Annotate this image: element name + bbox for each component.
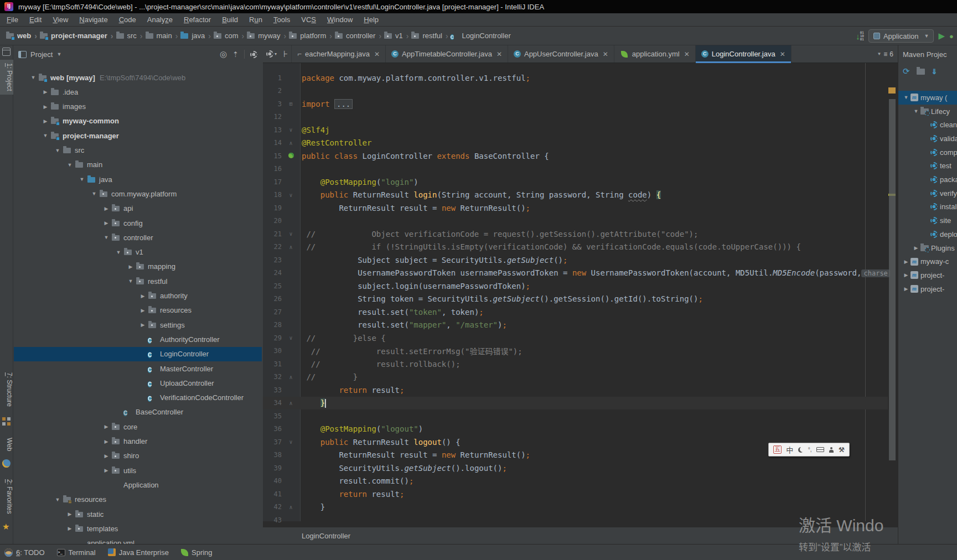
close-icon[interactable]: ✕	[780, 50, 785, 58]
tree-item-application-yml[interactable]: application.yml	[14, 536, 262, 544]
tree-item-utils[interactable]: ▶utils	[14, 463, 262, 478]
menu-window[interactable]: Window	[322, 13, 358, 27]
tree-collapsed-arrow-icon[interactable]: ▶	[40, 118, 50, 124]
tree-expanded-arrow-icon[interactable]: ▼	[89, 191, 99, 196]
tree-item-logincontroller[interactable]: CLoginController	[14, 347, 262, 361]
code-line-22[interactable]: 22∧ // if (!StringUtils.isEmpty(verifica…	[263, 241, 888, 254]
close-icon[interactable]: ✕	[603, 50, 608, 58]
maven-download-sources-icon[interactable]: ⇓	[932, 68, 938, 76]
tree-collapsed-arrow-icon[interactable]: ▶	[65, 526, 75, 531]
maven-item-verify[interactable]: verify	[898, 186, 957, 200]
ime-user-icon[interactable]	[829, 447, 834, 453]
maven-item-plugins[interactable]: ▶Plugins	[898, 241, 957, 255]
ime-fullwidth-moon-icon[interactable]	[798, 447, 804, 453]
tree-expanded-arrow-icon[interactable]: ▼	[126, 278, 136, 284]
tree-item-authority[interactable]: ▶authority	[14, 289, 262, 303]
breadcrumb-java[interactable]: java›	[180, 32, 211, 40]
code-line-28[interactable]: 28 result.set("mapper", "/master");	[263, 319, 888, 332]
maven-item-myway-[interactable]: ▼mmyway (	[898, 91, 957, 105]
tree-item-resources[interactable]: ▶resources	[14, 303, 262, 318]
code-line-41[interactable]: 41 return result;	[263, 488, 888, 501]
code-line-33[interactable]: 33 return result;	[263, 383, 888, 397]
breadcrumb-myway[interactable]: myway›	[246, 32, 286, 40]
menu-view[interactable]: View	[47, 13, 74, 27]
stripe-tab-web[interactable]: Web	[0, 434, 13, 454]
run-button[interactable]: ▶	[938, 31, 945, 41]
code-line-12[interactable]: 12	[263, 111, 888, 124]
locate-file-icon[interactable]: ◎	[220, 49, 227, 59]
menu-code[interactable]: Code	[113, 13, 142, 27]
tree-item-resources[interactable]: ▼resources	[14, 492, 262, 507]
maven-item-lifecy[interactable]: ▼Lifecy	[898, 105, 957, 118]
code-line-19[interactable]: 19 ReturnResult result = new ReturnResul…	[263, 201, 888, 215]
settings-gear-icon[interactable]	[250, 51, 257, 58]
tree-item-config[interactable]: ▶config	[14, 216, 262, 230]
maven-refresh-icon[interactable]: ⟳	[903, 66, 910, 76]
code-line-36[interactable]: 36 @PostMapping("logout")	[263, 423, 888, 436]
ime-punctuation-icon[interactable]: °,	[808, 447, 812, 453]
code-line-34[interactable]: 34∧ }	[263, 397, 888, 410]
ime-keyboard-icon[interactable]	[816, 447, 824, 452]
code-line-1[interactable]: 1package com.myway.platform.controller.v…	[263, 71, 888, 85]
tab-options-gear-icon[interactable]: ▾	[263, 45, 280, 63]
tree-item-images[interactable]: ▶images	[14, 100, 262, 114]
project-panel-title[interactable]: Project	[30, 50, 53, 59]
tree-item-restful[interactable]: ▼restful	[14, 274, 262, 288]
tree-item-basecontroller[interactable]: CBaseController	[14, 405, 262, 419]
hidden-tabs-button[interactable]: ▼ ≡ 6	[875, 45, 896, 63]
tree-item-mapping[interactable]: ▶mapping	[14, 260, 262, 274]
tree-item-static[interactable]: ▶static	[14, 507, 262, 521]
tree-collapsed-arrow-icon[interactable]: ▶	[65, 511, 75, 517]
maven-item-validate[interactable]: validate	[898, 132, 957, 146]
tree-item-com-myway-platform[interactable]: ▼com.myway.platform	[14, 186, 262, 201]
tab-apptimetablecontroller-java[interactable]: CAppTimetableController.java✕	[386, 45, 508, 63]
tree-item-authoritycontroller[interactable]: CAuthorityController	[14, 332, 262, 346]
code-line-30[interactable]: 30 // result.setErrorMsg("验证码错误");	[263, 345, 888, 358]
menu-help[interactable]: Help	[358, 13, 384, 27]
tree-item--idea[interactable]: ▶.idea	[14, 85, 262, 99]
tree-collapsed-arrow-icon[interactable]: ▶	[138, 293, 148, 299]
tree-collapsed-arrow-icon[interactable]: ▶	[101, 206, 111, 211]
code-line-14[interactable]: 14∧@RestController	[263, 137, 888, 150]
tree-collapsed-arrow-icon[interactable]: ▶	[101, 439, 111, 444]
maven-generate-sources-icon[interactable]	[917, 69, 925, 75]
chevron-down-icon[interactable]: ▼	[56, 51, 61, 57]
code-line-39[interactable]: 39 SecurityUtils.getSubject().logout();	[263, 462, 888, 475]
statusbar-6-todo[interactable]: 6: TODO	[4, 548, 45, 557]
tree-item-project-manager[interactable]: ▼project-manager	[14, 128, 262, 143]
tab-eachermapping-java[interactable]: ⌐eacherMapping.java✕	[292, 45, 386, 63]
tree-expanded-arrow-icon[interactable]: ▼	[28, 75, 38, 80]
tree-item-application[interactable]: Application	[14, 478, 262, 492]
breadcrumb-class[interactable]: LoginController	[302, 532, 350, 540]
statusbar-java-enterprise[interactable]: Java Enterprise	[108, 548, 169, 557]
tree-expanded-arrow-icon[interactable]: ▼	[65, 162, 75, 168]
close-icon[interactable]: ✕	[684, 50, 690, 58]
breadcrumb-platform[interactable]: platform›	[288, 32, 332, 40]
breadcrumb-web[interactable]: web›	[6, 32, 37, 40]
menu-edit[interactable]: Edit	[24, 13, 47, 27]
tree-expanded-arrow-icon[interactable]: ▼	[101, 235, 111, 240]
collapse-all-icon[interactable]: ⇡	[232, 50, 239, 59]
tree-expanded-arrow-icon[interactable]: ▼	[53, 497, 63, 502]
tree-item-web-myway-[interactable]: ▼web [myway]E:\tmpSoft\7494\Code\web	[14, 70, 262, 85]
code-line-18[interactable]: 18∨ public ReturnResult login(String acc…	[263, 189, 888, 202]
tree-collapsed-arrow-icon[interactable]: ▶	[101, 453, 111, 459]
stripe-tab-project[interactable]: 1: Project	[0, 60, 13, 95]
update-running-app-icon[interactable]: ↓ 011001	[856, 31, 864, 41]
breadcrumb-src[interactable]: src›	[116, 32, 143, 40]
vertical-scrollbar[interactable]	[889, 99, 896, 460]
maven-item-project-[interactable]: ▶mproject-	[898, 268, 957, 282]
ime-settings-wrench-icon[interactable]: ⚒	[839, 446, 845, 454]
tab-logincontroller-java[interactable]: CLoginController.java✕	[696, 45, 792, 63]
code-line-17[interactable]: 17 @PostMapping("login")	[263, 175, 888, 189]
code-line-26[interactable]: 26 String token = SecurityUtils.getSubje…	[263, 293, 888, 306]
ime-wubi-icon[interactable]: 五	[773, 445, 782, 454]
menu-vcs[interactable]: VCS	[296, 13, 322, 27]
breadcrumb-restful[interactable]: restful›	[411, 32, 448, 40]
tree-item-myway-common[interactable]: ▶myway-common	[14, 114, 262, 128]
tree-item-templates[interactable]: ▶templates	[14, 521, 262, 536]
maven-item-site[interactable]: site	[898, 214, 957, 227]
menu-analyze[interactable]: Analyze	[142, 13, 178, 27]
code-line-15[interactable]: 15public class LoginController extends B…	[263, 149, 888, 163]
tree-item-verificationcodecontroller[interactable]: CVerificationCodeController	[14, 391, 262, 405]
